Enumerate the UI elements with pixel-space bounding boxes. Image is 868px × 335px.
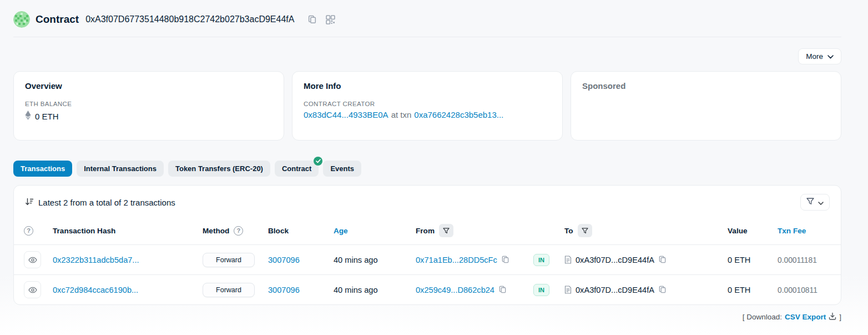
from-address-link[interactable]: 0x259c49...D862cb24 [416,286,494,294]
tab-contract[interactable]: Contract [275,161,319,177]
more-button[interactable]: More [798,48,841,64]
copy-icon[interactable] [501,256,509,264]
more-button-label: More [806,52,823,61]
download-icon [829,312,836,322]
from-address-link[interactable]: 0x71a1Eb...28DD5cFc [416,256,497,264]
contract-address: 0xA3f07D6773514480b918C2742b027b3acD9E44… [85,14,294,24]
tab-internal-transactions-label: Internal Transactions [84,164,157,173]
copy-icon[interactable] [498,286,507,294]
preview-eye-icon[interactable] [24,251,41,268]
direction-badge: IN [533,254,549,266]
tab-internal-transactions[interactable]: Internal Transactions [77,161,164,177]
tab-bar: Transactions Internal Transactions Token… [13,161,841,177]
contract-file-icon [564,256,572,264]
creation-txn-link[interactable]: 0xa7662428c3b5eb13... [414,110,503,119]
table-row: 0x2322b311adcb5da7... Forward 3007096 40… [14,245,841,275]
contract-file-icon [564,286,572,294]
col-method: Method [203,227,229,235]
tab-contract-label: Contract [282,164,311,173]
preview-eye-icon[interactable] [24,281,41,298]
method-help-icon[interactable]: ? [234,226,243,236]
tab-events-label: Events [330,164,354,173]
direction-badge: IN [533,284,549,296]
txn-fee-text: 0.00011181 [778,256,817,264]
contract-identicon-avatar [13,11,30,28]
transactions-table: ? Transaction Hash Method ? Block Age Fr… [14,217,841,304]
copy-icon[interactable] [658,286,667,294]
copy-address-icon[interactable] [307,15,317,24]
age-text: 40 mins ago [334,286,378,294]
txn-hash-link[interactable]: 0x2322b311adcb5da7... [53,256,139,264]
table-row: 0xc72d984ccac6190b... Forward 3007096 40… [14,275,841,305]
page-header: Contract 0xA3f07D6773514480b918C2742b027… [13,0,841,37]
header-actions [307,15,335,24]
copy-icon[interactable] [658,256,667,264]
page-title: Contract [36,13,79,26]
to-address-text: 0xA3f07D...cD9E44fA [576,256,654,264]
method-badge[interactable]: Forward [203,283,255,297]
col-age-toggle[interactable]: Age [334,227,348,235]
chevron-down-icon [818,198,824,207]
download-row: [ Download: CSV Export ] [13,312,841,322]
transactions-panel: Latest 2 from a total of 2 transactions … [13,185,841,305]
col-from: From [416,227,435,235]
col-value: Value [723,217,773,245]
toolbar-row: More [13,48,841,64]
col-txn-fee-toggle[interactable]: Txn Fee [778,227,806,235]
contract-page: Contract 0xA3f07D6773514480b918C2742b027… [0,0,855,322]
overview-card: Overview ETH BALANCE 0 ETH [13,71,284,141]
sort-descending-icon [25,197,34,208]
col-block: Block [264,217,329,245]
age-text: 40 mins ago [334,256,378,264]
transactions-summary-text: Latest 2 from a total of 2 transactions [38,198,175,207]
tab-token-transfers[interactable]: Token Transfers (ERC-20) [168,161,270,177]
funnel-icon [806,198,814,207]
more-info-title: More Info [304,81,551,91]
transactions-summary: Latest 2 from a total of 2 transactions [25,197,175,208]
more-info-card: More Info CONTRACT CREATOR 0x83dC44...49… [292,71,563,141]
overview-title: Overview [25,81,272,91]
to-filter-button[interactable] [578,224,592,237]
block-link[interactable]: 3007096 [268,256,300,264]
tab-token-transfers-label: Token Transfers (ERC-20) [175,164,263,173]
contract-creator-label: CONTRACT CREATOR [304,101,551,107]
contract-creator-row: 0x83dC44...4933BE0A at txn 0xa7662428c3b… [304,110,551,119]
creator-connector-text: at txn [391,110,412,119]
value-text: 0 ETH [728,256,750,264]
download-prefix: [ Download: [743,313,782,321]
sponsored-title: Sponsored [582,81,830,91]
block-link[interactable]: 3007096 [268,286,300,294]
txn-fee-text: 0.00010811 [778,286,817,294]
from-filter-button[interactable] [439,224,453,237]
sponsored-card: Sponsored [571,71,841,141]
col-transaction-hash: Transaction Hash [48,217,198,245]
eth-balance-row: 0 ETH [25,111,272,122]
eth-balance-value: 0 ETH [35,112,59,121]
creator-address-link[interactable]: 0x83dC44...4933BE0A [304,110,388,119]
method-badge[interactable]: Forward [203,253,255,267]
qr-code-icon[interactable] [326,15,335,24]
col-to: To [564,227,573,235]
to-address-text: 0xA3f07D...cD9E44fA [576,286,654,294]
info-cards: Overview ETH BALANCE 0 ETH More Info CON… [13,71,841,141]
help-circle-icon[interactable]: ? [24,226,33,236]
txn-hash-link[interactable]: 0xc72d984ccac6190b... [53,286,138,294]
table-header-row: ? Transaction Hash Method ? Block Age Fr… [14,217,841,245]
download-suffix: ] [839,313,841,321]
tab-transactions-label: Transactions [21,164,65,173]
verified-check-icon [314,157,322,166]
chevron-down-icon [827,52,834,61]
eth-diamond-icon [25,111,31,122]
transactions-panel-header: Latest 2 from a total of 2 transactions [14,186,841,217]
table-filter-button[interactable] [800,194,830,211]
tab-transactions[interactable]: Transactions [13,161,72,177]
value-text: 0 ETH [728,286,750,294]
tab-events[interactable]: Events [323,161,361,177]
csv-export-link[interactable]: CSV Export [785,313,826,321]
eth-balance-label: ETH BALANCE [25,101,272,107]
